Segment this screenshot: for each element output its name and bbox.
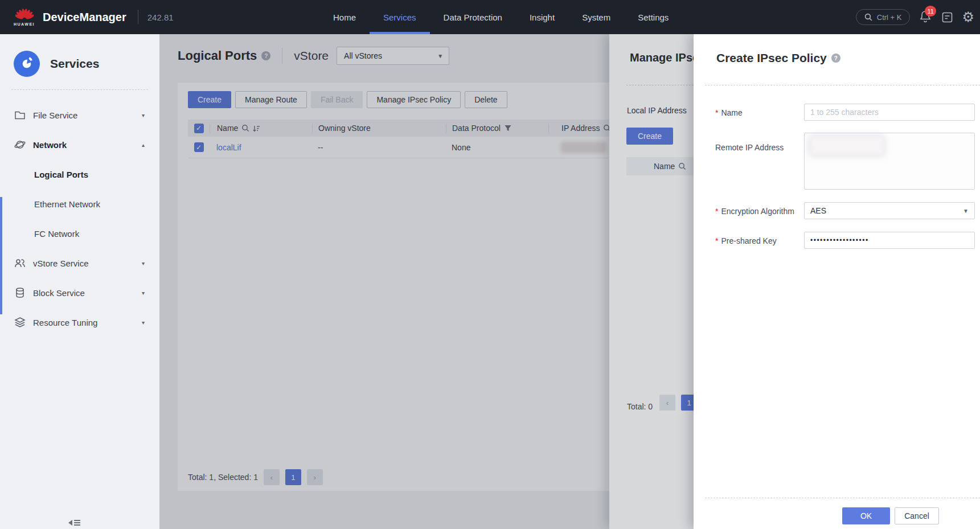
app-title: DeviceManager (43, 11, 126, 24)
gear-icon[interactable]: ⚙ (962, 10, 974, 24)
nav-home[interactable]: Home (333, 0, 356, 34)
sidebar-divider (11, 89, 148, 90)
redacted-remote-ip (810, 137, 883, 154)
huawei-logo-text: HUAWEI (14, 22, 35, 26)
collapse-arrow-icon (68, 520, 72, 526)
nav-data-protection[interactable]: Data Protection (444, 0, 502, 34)
sidebar-item-label: File Service (33, 110, 77, 120)
global-search-button[interactable]: Ctrl + K (856, 9, 911, 25)
sidebar-item-fc-network[interactable]: FC Network (0, 219, 159, 248)
encryption-selected-value: AES (810, 206, 826, 215)
task-log-icon[interactable] (942, 12, 953, 23)
header-actions: Ctrl + K 11 ⚙ (856, 0, 974, 34)
users-icon (14, 257, 26, 269)
folder-icon (14, 109, 26, 121)
notifications-button[interactable]: 11 (919, 10, 933, 24)
huawei-logo: HUAWEI (14, 8, 35, 26)
footer-divider (705, 498, 980, 498)
chevron-down-icon: ▼ (963, 208, 969, 214)
panel-title-row: Create IPsec Policy ? (716, 51, 840, 65)
ok-button[interactable]: OK (842, 507, 890, 524)
search-icon (864, 13, 872, 21)
top-nav: Home Services Data Protection Insight Sy… (333, 0, 669, 34)
device-version: 242.81 (147, 13, 174, 22)
collapse-lines-icon (74, 520, 80, 526)
sidebar-item-network[interactable]: Network ▴ (0, 130, 159, 159)
help-icon[interactable]: ? (831, 54, 840, 63)
database-icon (14, 286, 26, 299)
name-input[interactable] (804, 104, 975, 121)
nav-settings[interactable]: Settings (638, 0, 669, 34)
sidebar-item-block-service[interactable]: Block Service ▾ (0, 278, 159, 307)
encryption-algorithm-label: Encryption Algorithm (715, 207, 794, 216)
pre-shared-key-input[interactable]: •••••••••••••••••• (804, 232, 975, 249)
panel-divider (705, 85, 980, 85)
chevron-down-icon: ▾ (142, 290, 145, 296)
sidebar-item-label: Block Service (33, 288, 85, 298)
chevron-up-icon: ▴ (142, 142, 145, 148)
sidebar: Services File Service ▾ Network ▴ Logica… (0, 34, 159, 529)
services-logo-icon (14, 51, 40, 77)
top-header: HUAWEI DeviceManager 242.81 Home Service… (0, 0, 980, 34)
search-shortcut-label: Ctrl + K (877, 13, 902, 22)
sidebar-item-vstore-service[interactable]: vStore Service ▾ (0, 248, 159, 278)
cancel-button[interactable]: Cancel (895, 507, 939, 524)
sidebar-item-label: Resource Tuning (33, 318, 97, 327)
sidebar-item-label: FC Network (34, 229, 79, 239)
sidebar-item-label: vStore Service (33, 259, 89, 268)
notification-badge: 11 (925, 6, 936, 17)
layers-icon (14, 316, 26, 329)
sidebar-item-label: Logical Ports (34, 170, 88, 179)
sidebar-item-label: Ethernet Network (34, 199, 100, 209)
sidebar-item-label: Network (33, 140, 67, 150)
encryption-algorithm-select[interactable]: AES ▼ (804, 202, 975, 219)
chevron-down-icon: ▾ (142, 319, 145, 326)
chevron-down-icon: ▾ (142, 112, 145, 118)
huawei-flower-icon (15, 8, 34, 22)
sidebar-item-ethernet-network[interactable]: Ethernet Network (0, 189, 159, 219)
name-label: Name (715, 108, 743, 117)
sidebar-brand: Services (14, 51, 159, 77)
header-divider (138, 10, 138, 24)
pre-shared-key-label: Pre-shared Key (715, 236, 777, 245)
sidebar-item-file-service[interactable]: File Service ▾ (0, 100, 159, 130)
nav-services[interactable]: Services (383, 0, 416, 34)
sidebar-item-resource-tuning[interactable]: Resource Tuning ▾ (0, 307, 159, 337)
sidebar-menu: File Service ▾ Network ▴ Logical Ports E… (0, 100, 159, 337)
panel-title: Create IPsec Policy (716, 51, 827, 65)
chevron-down-icon: ▾ (142, 260, 145, 266)
nav-system[interactable]: System (582, 0, 610, 34)
sidebar-item-logical-ports[interactable]: Logical Ports (0, 159, 159, 189)
sidebar-title: Services (50, 57, 99, 71)
remote-ip-textarea[interactable] (804, 133, 975, 190)
network-planet-icon (14, 138, 26, 151)
create-ipsec-policy-panel: Create IPsec Policy ? Name Remote IP Add… (694, 34, 980, 529)
nav-insight[interactable]: Insight (530, 0, 555, 34)
remote-ip-label: Remote IP Address (715, 143, 784, 152)
sidebar-collapse-button[interactable] (68, 520, 80, 526)
